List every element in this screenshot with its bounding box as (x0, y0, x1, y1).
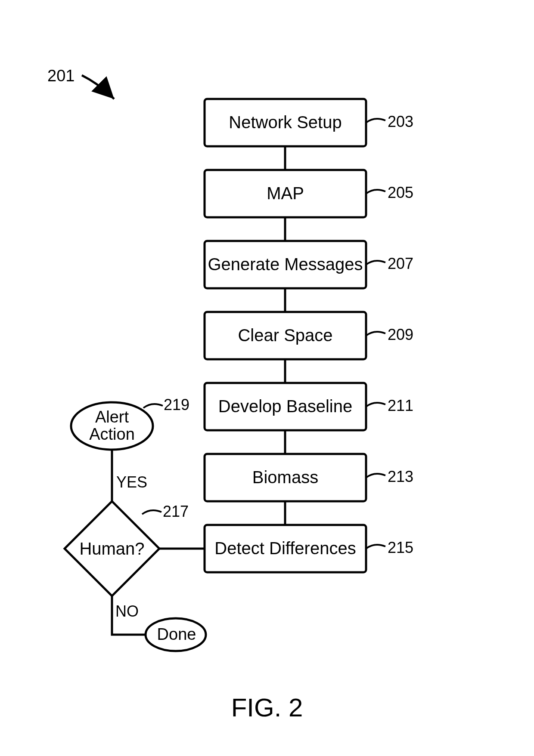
ref-217: 217 (163, 503, 189, 521)
ref-209: 209 (388, 326, 413, 344)
label-205: MAP (205, 184, 366, 203)
figure-arrow (82, 75, 114, 99)
leader-217 (142, 510, 161, 514)
leader-211 (366, 403, 385, 407)
ref-207: 207 (388, 255, 413, 273)
leader-219 (143, 404, 163, 408)
label-207: Generate Messages (205, 255, 366, 274)
leader-205 (366, 190, 385, 194)
label-213: Biomass (205, 468, 366, 487)
ref-213: 213 (388, 468, 413, 486)
leader-209 (366, 332, 385, 336)
label-217: Human? (78, 539, 146, 559)
leader-207 (366, 261, 385, 265)
label-209: Clear Space (205, 326, 366, 345)
label-211: Develop Baseline (205, 397, 366, 416)
figure-number: 201 (47, 67, 75, 85)
edge-label-no: NO (115, 602, 139, 620)
figure-caption: FIG. 2 (0, 693, 534, 722)
edge-label-yes: YES (116, 473, 147, 491)
label-215: Detect Differences (205, 539, 366, 558)
ref-205: 205 (388, 184, 413, 202)
leader-215 (366, 545, 385, 549)
ref-215: 215 (388, 539, 413, 557)
label-219: Alert Action (78, 409, 146, 443)
label-done: Done (151, 626, 202, 643)
label-203: Network Setup (205, 113, 366, 132)
ref-211: 211 (388, 397, 413, 415)
ref-219: 219 (164, 396, 189, 414)
leader-203 (366, 119, 385, 123)
ref-203: 203 (388, 113, 413, 131)
leader-213 (366, 474, 385, 478)
